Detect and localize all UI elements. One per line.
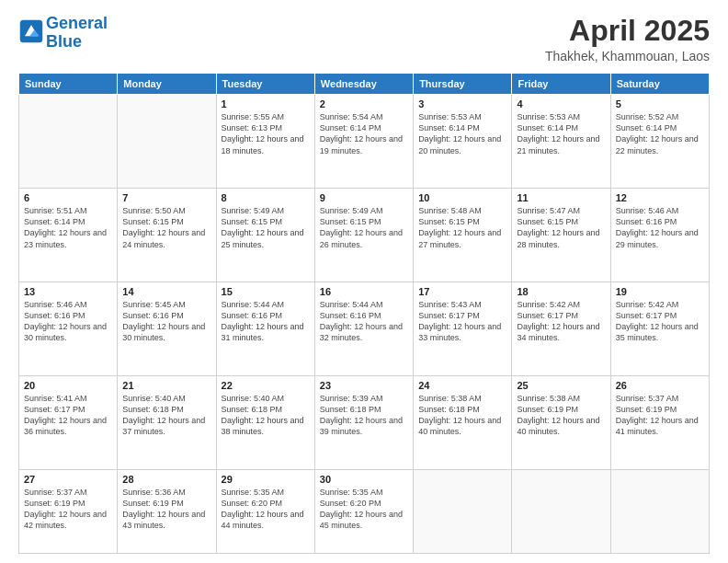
table-row: [512, 469, 610, 553]
cell-info: Sunrise: 5:35 AM Sunset: 6:20 PM Dayligh…: [320, 487, 408, 532]
cell-info: Sunrise: 5:40 AM Sunset: 6:18 PM Dayligh…: [222, 393, 310, 438]
header-thursday: Thursday: [414, 74, 512, 95]
logo-line1: General: [46, 14, 108, 32]
cell-info: Sunrise: 5:53 AM Sunset: 6:14 PM Dayligh…: [418, 111, 506, 156]
table-row: 19Sunrise: 5:42 AM Sunset: 6:17 PM Dayli…: [610, 282, 709, 376]
day-number: 8: [222, 192, 310, 203]
logo: General Blue: [18, 15, 108, 52]
cell-info: Sunrise: 5:41 AM Sunset: 6:17 PM Dayligh…: [24, 393, 112, 438]
day-number: 5: [616, 98, 704, 109]
calendar-week-row: 13Sunrise: 5:46 AM Sunset: 6:16 PM Dayli…: [19, 282, 710, 376]
day-number: 25: [517, 380, 605, 391]
day-number: 14: [122, 286, 210, 297]
table-row: 25Sunrise: 5:38 AM Sunset: 6:19 PM Dayli…: [512, 375, 610, 469]
cell-info: Sunrise: 5:49 AM Sunset: 6:15 PM Dayligh…: [222, 205, 310, 250]
table-row: 26Sunrise: 5:37 AM Sunset: 6:19 PM Dayli…: [610, 375, 709, 469]
cell-info: Sunrise: 5:46 AM Sunset: 6:16 PM Dayligh…: [616, 205, 704, 250]
cell-info: Sunrise: 5:51 AM Sunset: 6:14 PM Dayligh…: [24, 205, 112, 250]
cell-info: Sunrise: 5:40 AM Sunset: 6:18 PM Dayligh…: [122, 393, 210, 438]
cell-info: Sunrise: 5:44 AM Sunset: 6:16 PM Dayligh…: [320, 299, 408, 344]
table-row: 28Sunrise: 5:36 AM Sunset: 6:19 PM Dayli…: [118, 469, 216, 553]
day-number: 4: [517, 98, 605, 109]
day-number: 30: [320, 474, 408, 485]
cell-info: Sunrise: 5:54 AM Sunset: 6:14 PM Dayligh…: [320, 111, 408, 156]
table-row: 7Sunrise: 5:50 AM Sunset: 6:15 PM Daylig…: [118, 189, 216, 282]
cell-info: Sunrise: 5:45 AM Sunset: 6:16 PM Dayligh…: [122, 299, 210, 344]
cell-info: Sunrise: 5:39 AM Sunset: 6:18 PM Dayligh…: [320, 393, 408, 438]
cell-info: Sunrise: 5:36 AM Sunset: 6:19 PM Dayligh…: [122, 487, 210, 532]
calendar-page: General Blue April 2025 Thakhek, Khammou…: [0, 0, 728, 563]
table-row: 14Sunrise: 5:45 AM Sunset: 6:16 PM Dayli…: [118, 282, 216, 376]
cell-info: Sunrise: 5:37 AM Sunset: 6:19 PM Dayligh…: [616, 393, 704, 438]
cell-info: Sunrise: 5:43 AM Sunset: 6:17 PM Dayligh…: [418, 299, 506, 344]
cell-info: Sunrise: 5:53 AM Sunset: 6:14 PM Dayligh…: [517, 111, 605, 156]
table-row: 17Sunrise: 5:43 AM Sunset: 6:17 PM Dayli…: [414, 282, 512, 376]
day-number: 26: [616, 380, 704, 391]
table-row: 11Sunrise: 5:47 AM Sunset: 6:15 PM Dayli…: [512, 189, 610, 282]
day-number: 20: [24, 380, 112, 391]
day-number: 27: [24, 474, 112, 485]
table-row: 30Sunrise: 5:35 AM Sunset: 6:20 PM Dayli…: [314, 469, 413, 553]
day-number: 12: [616, 192, 704, 203]
header-sunday: Sunday: [19, 74, 118, 95]
calendar-location: Thakhek, Khammouan, Laos: [545, 49, 710, 63]
day-number: 13: [24, 286, 112, 297]
cell-info: Sunrise: 5:47 AM Sunset: 6:15 PM Dayligh…: [517, 205, 605, 250]
table-row: 2Sunrise: 5:54 AM Sunset: 6:14 PM Daylig…: [314, 95, 413, 189]
header-tuesday: Tuesday: [216, 74, 314, 95]
table-row: 18Sunrise: 5:42 AM Sunset: 6:17 PM Dayli…: [512, 282, 610, 376]
day-number: 23: [320, 380, 408, 391]
table-row: 29Sunrise: 5:35 AM Sunset: 6:20 PM Dayli…: [216, 469, 314, 553]
title-block: April 2025 Thakhek, Khammouan, Laos: [545, 15, 710, 63]
table-row: 27Sunrise: 5:37 AM Sunset: 6:19 PM Dayli…: [19, 469, 118, 553]
table-row: 8Sunrise: 5:49 AM Sunset: 6:15 PM Daylig…: [216, 189, 314, 282]
table-row: [610, 469, 709, 553]
table-row: 23Sunrise: 5:39 AM Sunset: 6:18 PM Dayli…: [314, 375, 413, 469]
cell-info: Sunrise: 5:38 AM Sunset: 6:18 PM Dayligh…: [418, 393, 506, 438]
day-number: 29: [222, 474, 310, 485]
table-row: [414, 469, 512, 553]
header-wednesday: Wednesday: [314, 74, 413, 95]
day-number: 11: [517, 192, 605, 203]
table-row: 12Sunrise: 5:46 AM Sunset: 6:16 PM Dayli…: [610, 189, 709, 282]
header-friday: Friday: [512, 74, 610, 95]
calendar-week-row: 20Sunrise: 5:41 AM Sunset: 6:17 PM Dayli…: [19, 375, 710, 469]
day-number: 18: [517, 286, 605, 297]
day-number: 17: [418, 286, 506, 297]
table-row: 9Sunrise: 5:49 AM Sunset: 6:15 PM Daylig…: [314, 189, 413, 282]
table-row: [118, 95, 216, 189]
logo-text: General Blue: [46, 15, 108, 52]
day-number: 24: [418, 380, 506, 391]
cell-info: Sunrise: 5:44 AM Sunset: 6:16 PM Dayligh…: [222, 299, 310, 344]
cell-info: Sunrise: 5:42 AM Sunset: 6:17 PM Dayligh…: [517, 299, 605, 344]
table-row: 22Sunrise: 5:40 AM Sunset: 6:18 PM Dayli…: [216, 375, 314, 469]
logo-icon: [18, 18, 44, 44]
day-number: 16: [320, 286, 408, 297]
day-number: 3: [418, 98, 506, 109]
day-number: 9: [320, 192, 408, 203]
weekday-header-row: Sunday Monday Tuesday Wednesday Thursday…: [19, 74, 710, 95]
table-row: 5Sunrise: 5:52 AM Sunset: 6:14 PM Daylig…: [610, 95, 709, 189]
day-number: 15: [222, 286, 310, 297]
calendar-week-row: 27Sunrise: 5:37 AM Sunset: 6:19 PM Dayli…: [19, 469, 710, 553]
day-number: 2: [320, 98, 408, 109]
table-row: 10Sunrise: 5:48 AM Sunset: 6:15 PM Dayli…: [414, 189, 512, 282]
header: General Blue April 2025 Thakhek, Khammou…: [18, 15, 710, 63]
table-row: 20Sunrise: 5:41 AM Sunset: 6:17 PM Dayli…: [19, 375, 118, 469]
calendar-title: April 2025: [545, 15, 710, 47]
day-number: 21: [122, 380, 210, 391]
table-row: 1Sunrise: 5:55 AM Sunset: 6:13 PM Daylig…: [216, 95, 314, 189]
cell-info: Sunrise: 5:55 AM Sunset: 6:13 PM Dayligh…: [222, 111, 310, 156]
table-row: 16Sunrise: 5:44 AM Sunset: 6:16 PM Dayli…: [314, 282, 413, 376]
cell-info: Sunrise: 5:50 AM Sunset: 6:15 PM Dayligh…: [122, 205, 210, 250]
cell-info: Sunrise: 5:37 AM Sunset: 6:19 PM Dayligh…: [24, 487, 112, 532]
day-number: 10: [418, 192, 506, 203]
table-row: 3Sunrise: 5:53 AM Sunset: 6:14 PM Daylig…: [414, 95, 512, 189]
table-row: 15Sunrise: 5:44 AM Sunset: 6:16 PM Dayli…: [216, 282, 314, 376]
logo-line2: Blue: [46, 32, 82, 51]
cell-info: Sunrise: 5:35 AM Sunset: 6:20 PM Dayligh…: [222, 487, 310, 532]
cell-info: Sunrise: 5:38 AM Sunset: 6:19 PM Dayligh…: [517, 393, 605, 438]
calendar-week-row: 1Sunrise: 5:55 AM Sunset: 6:13 PM Daylig…: [19, 95, 710, 189]
table-row: 24Sunrise: 5:38 AM Sunset: 6:18 PM Dayli…: [414, 375, 512, 469]
day-number: 28: [122, 474, 210, 485]
